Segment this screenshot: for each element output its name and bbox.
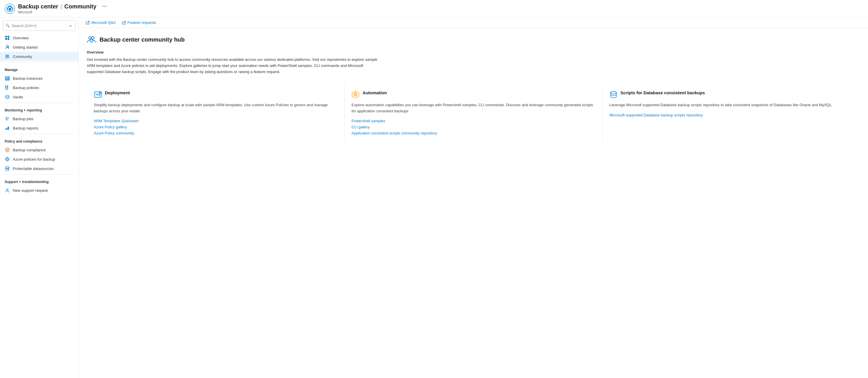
svg-rect-4 (5, 38, 7, 40)
svg-line-42 (123, 21, 125, 23)
collapse-button[interactable]: « (68, 22, 73, 29)
overview-icon (5, 35, 10, 40)
sidebar-item-vaults-label: Vaults (13, 95, 23, 99)
scripts-icon (610, 91, 618, 99)
support-icon (5, 188, 10, 193)
svg-rect-14 (5, 85, 6, 87)
svg-rect-27 (5, 128, 6, 130)
deployment-icon (94, 91, 102, 99)
jobs-icon (5, 116, 10, 122)
svg-line-41 (87, 21, 89, 23)
azure-policy-gallery-link[interactable]: Azure Policy gallery (94, 125, 337, 129)
header-title: Backup center | Community ··· (18, 3, 106, 10)
svg-rect-28 (7, 128, 8, 130)
scripts-card-desc: Leverage Microsoft supported Database ba… (610, 102, 853, 108)
svg-point-51 (611, 91, 616, 94)
svg-point-24 (6, 117, 7, 118)
svg-point-39 (8, 169, 9, 170)
overview-section: Overview Get involved with the Backup ce… (87, 50, 860, 75)
page-name: Community (64, 3, 96, 10)
automation-card-title-row: Automation (351, 90, 595, 99)
deployment-card-title: Deployment (105, 90, 130, 96)
policy-group-label: Policy and compliance (0, 135, 78, 145)
sidebar-item-azure-policies[interactable]: Azure policies for backup (0, 154, 78, 164)
search-icon: 🔍 (5, 24, 10, 28)
svg-rect-18 (5, 89, 6, 90)
sidebar-item-backup-instances-label: Backup instances (13, 76, 42, 80)
sidebar-item-protectable-datasources-label: Protectable datasources (13, 167, 54, 171)
page-body: Backup center community hub Overview Get… (79, 28, 868, 148)
search-bar: 🔍 « (3, 21, 75, 31)
svg-point-12 (8, 77, 9, 77)
sidebar-item-backup-reports-label: Backup reports (13, 126, 38, 130)
sidebar-item-backup-jobs[interactable]: Backup jobs (0, 114, 78, 124)
sidebar-item-overview-label: Overview (13, 36, 29, 40)
svg-point-52 (611, 94, 616, 96)
qa-link-label: Microsoft Q&A (91, 21, 116, 25)
more-options-button[interactable]: ··· (102, 3, 106, 10)
arm-quickstart-link[interactable]: ARM Templates Quickstart (94, 119, 337, 123)
svg-point-43 (89, 37, 91, 39)
svg-rect-2 (5, 36, 7, 38)
svg-point-20 (5, 95, 9, 97)
feature-link[interactable]: Feature requests (122, 21, 156, 25)
reports-icon (5, 126, 10, 131)
svg-point-40 (6, 189, 8, 191)
svg-point-8 (7, 55, 9, 57)
sidebar-item-getting-started-label: Getting started (13, 45, 37, 49)
sidebar-item-getting-started[interactable]: Getting started (0, 42, 78, 52)
azure-policies-icon (5, 157, 10, 162)
sidebar-item-vaults[interactable]: Vaults (0, 92, 78, 102)
deployment-card-title-row: Deployment (94, 90, 337, 99)
sidebar-item-community[interactable]: Community (0, 52, 78, 61)
manage-section: Backup instances Backup policies (0, 73, 78, 102)
manage-divider (3, 62, 75, 63)
qa-link[interactable]: Microsoft Q&A (86, 21, 116, 25)
cli-gallery-link[interactable]: CLI gallery (351, 125, 595, 129)
svg-point-7 (6, 55, 7, 57)
sidebar-item-backup-reports[interactable]: Backup reports (0, 124, 78, 133)
support-group-label: Support + troubleshooting (0, 176, 78, 185)
svg-point-1 (9, 8, 11, 10)
powershell-samples-link[interactable]: Powershell samples (351, 119, 595, 123)
sidebar-item-backup-instances[interactable]: Backup instances (0, 74, 78, 83)
search-input[interactable] (12, 24, 66, 28)
monitoring-group-label: Monitoring + reporting (0, 104, 78, 113)
backup-center-icon (5, 3, 15, 14)
page-title-icon (87, 35, 96, 44)
sidebar-item-protectable-datasources[interactable]: Protectable datasources (0, 164, 78, 173)
sidebar-item-backup-compliance-label: Backup compliance (13, 148, 46, 152)
sidebar: 🔍 « Overview (0, 18, 79, 378)
scripts-card-links: Microsoft supported Database backup scri… (610, 113, 853, 117)
svg-point-13 (8, 78, 9, 79)
svg-rect-16 (5, 87, 6, 89)
svg-point-31 (6, 158, 8, 160)
compliance-icon (5, 147, 10, 152)
sidebar-item-new-support-label: New support request (13, 188, 48, 193)
monitoring-section: Backup jobs Backup reports (0, 113, 78, 133)
scripts-card: Scripts for Database consistent backups … (602, 84, 860, 141)
instances-icon (5, 76, 10, 81)
svg-point-44 (92, 37, 94, 39)
sidebar-item-backup-policies[interactable]: Backup policies (0, 83, 78, 92)
top-nav-section: Overview Getting started (0, 33, 78, 62)
header-title-block: Backup center | Community ··· Microsoft (18, 3, 106, 14)
main-toolbar: Microsoft Q&A Feature requests (79, 18, 868, 28)
automation-icon (351, 91, 360, 99)
svg-point-26 (6, 119, 7, 120)
datasources-icon (5, 166, 10, 171)
sidebar-item-new-support[interactable]: New support request (0, 186, 78, 195)
header-subtitle: Microsoft (18, 10, 106, 14)
automation-card: Automation Explore automation capabiliti… (344, 84, 602, 141)
sidebar-item-backup-compliance[interactable]: Backup compliance (0, 145, 78, 154)
db-scripts-link[interactable]: Microsoft supported Database backup scri… (610, 113, 853, 117)
app-consistent-link[interactable]: Application consistent scripts community… (351, 131, 595, 135)
svg-rect-29 (8, 127, 9, 130)
overview-label: Overview (87, 50, 860, 55)
sidebar-item-overview[interactable]: Overview (0, 33, 78, 42)
feature-link-label: Feature requests (127, 21, 156, 25)
automation-card-title: Automation (363, 90, 387, 96)
svg-rect-15 (7, 85, 8, 87)
azure-policy-community-link[interactable]: Azure Policy community (94, 131, 337, 135)
deployment-card-links: ARM Templates Quickstart Azure Policy ga… (94, 119, 337, 135)
